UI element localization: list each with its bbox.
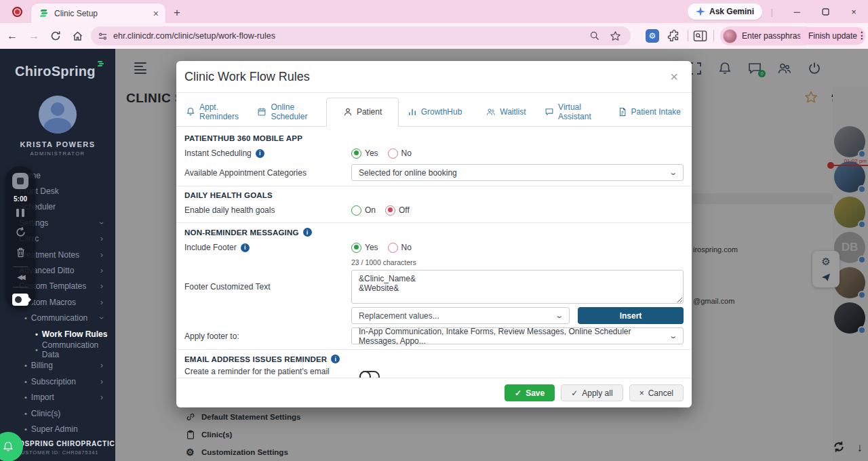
sparkle-icon [696, 7, 705, 16]
section-title-non-reminder: NON-REMINDER MESSAGINGi [184, 228, 684, 237]
chevron-icon [100, 361, 103, 370]
radio-no[interactable]: No [388, 243, 412, 253]
email-reminder-toggle[interactable] [359, 371, 380, 378]
info-icon[interactable]: i [256, 149, 264, 158]
character-count: 23 / 1000 characters [351, 258, 684, 266]
bell-icon [2, 441, 14, 453]
insert-button[interactable]: Insert [578, 307, 684, 324]
modal-tabs: Appt. Reminders Online Scheduler Patient… [176, 93, 692, 127]
info-icon[interactable]: i [241, 243, 250, 252]
browser-toolbar: ← → ehr.clinicdr.com/clinic/setup/work-f… [0, 23, 868, 49]
sidebar-menu-item[interactable]: • Communication [0, 310, 115, 326]
replacement-values-select[interactable]: Replacement values...⌄ [351, 307, 570, 324]
chart-icon [408, 107, 417, 117]
side-panel-icon[interactable] [693, 29, 707, 43]
sidebar-menu-item[interactable]: • Billing [0, 358, 115, 374]
bell-icon [186, 107, 195, 117]
close-window-button[interactable]: × [840, 0, 868, 23]
calendar-icon [257, 107, 267, 117]
user-avatar[interactable] [39, 96, 77, 134]
tab-close-icon[interactable]: × [152, 8, 160, 19]
save-button[interactable]: ✓Save [505, 384, 555, 401]
modal-tab[interactable]: Online Scheduler [254, 98, 326, 127]
sidebar-menu-item[interactable]: • Clinic(s) [0, 405, 115, 421]
extensions-puzzle-icon[interactable] [667, 29, 681, 43]
radio-yes[interactable]: Yes [351, 243, 378, 253]
modal-tab[interactable]: Virtual Assistant [542, 98, 613, 127]
reload-button[interactable] [46, 26, 65, 45]
forward-button[interactable]: → [24, 26, 43, 45]
camera-toggle-icon[interactable] [12, 294, 28, 306]
modal-tab[interactable]: Patient [326, 98, 399, 127]
stop-recording-button[interactable] [12, 173, 28, 189]
back-button[interactable]: ← [3, 26, 22, 45]
chat-icon [545, 107, 554, 117]
appointment-categories-label: Available Appointment Categories [184, 168, 351, 178]
modal-tab[interactable]: Patient Intake [614, 98, 685, 127]
x-icon: × [639, 388, 644, 398]
info-icon[interactable]: i [331, 355, 340, 363]
sidebar-menu-item[interactable]: • Communication Data [0, 342, 115, 357]
apply-all-button[interactable]: ✓Apply all [561, 384, 623, 401]
zoom-icon[interactable] [589, 31, 600, 41]
browser-titlebar: Clinic Setup × + Ask Gemini | ─ × [0, 0, 868, 23]
rewind-icon[interactable]: ◀◀ [17, 273, 23, 281]
divider: | [771, 7, 773, 17]
enable-health-goals-label: Enable daily health goals [184, 205, 351, 215]
modal-tab[interactable]: Waitlist [471, 98, 542, 127]
check-icon: ✓ [515, 388, 521, 398]
browser-tab[interactable]: Clinic Setup × [31, 3, 165, 23]
browser-menu-icon[interactable]: ⋮ [857, 30, 867, 41]
chevron-icon [100, 281, 103, 291]
info-icon[interactable]: i [303, 228, 312, 237]
radio-yes[interactable]: Yes [351, 148, 378, 159]
document-icon [618, 107, 627, 117]
chevron-icon [97, 317, 106, 319]
modal-title: Clinic Work Flow Rules [184, 70, 670, 84]
url-text[interactable]: ehr.clinicdr.com/clinic/setup/work-flow-… [113, 31, 589, 41]
modal-tab[interactable]: Appt. Reminders [183, 98, 254, 127]
minimize-button[interactable]: ─ [783, 0, 811, 23]
user-name: KRISTA POWERS [0, 140, 115, 148]
site-favicon-icon [39, 9, 49, 18]
extension-icon[interactable]: ⚙ [646, 29, 659, 43]
email-reminder-label: Create a reminder for the patient's emai… [184, 367, 359, 378]
finish-update-button[interactable]: Finish update [800, 27, 865, 45]
apply-footer-select[interactable]: In-App Communication, Intake Forms, Revi… [351, 327, 684, 344]
section-title-health-goals: DAILY HEALTH GOALS [184, 191, 684, 199]
chevron-icon [100, 250, 103, 260]
modal-tab[interactable]: GrowthHub [399, 98, 470, 127]
cancel-button[interactable]: ×Cancel [629, 384, 684, 401]
include-footer-label: Include Footeri [184, 243, 351, 252]
check-icon: ✓ [571, 388, 578, 398]
app-window: CLINIC SETTINGS 0 ↑ Today [0, 49, 868, 461]
pause-recording-button[interactable] [16, 209, 24, 217]
radio-no[interactable]: No [388, 148, 412, 159]
maximize-button[interactable] [811, 0, 840, 23]
apply-footer-label: Apply footer to: [184, 332, 351, 341]
site-settings-icon[interactable] [98, 31, 108, 41]
radio-on[interactable]: On [351, 205, 376, 216]
sidebar-menu-item[interactable]: • Import [0, 389, 115, 405]
new-tab-button[interactable]: + [171, 6, 183, 20]
modal-close-icon[interactable]: × [670, 70, 678, 83]
ask-gemini-button[interactable]: Ask Gemini [688, 3, 762, 20]
radio-off[interactable]: Off [385, 205, 410, 216]
sidebar-menu-item[interactable]: • Work Flow Rules [0, 326, 115, 342]
people-icon [486, 107, 496, 117]
categories-select[interactable]: Selected for online booking⌄ [351, 164, 684, 181]
app-logo: ChiroSpring [15, 64, 96, 79]
sidebar-menu-item[interactable]: • Subscription [0, 374, 115, 389]
home-button[interactable] [68, 26, 87, 45]
instant-scheduling-label: Instant Schedulingi [184, 148, 351, 158]
restart-recording-icon[interactable] [15, 226, 26, 238]
logo-spark-icon [97, 61, 104, 68]
delete-recording-icon[interactable] [16, 247, 26, 258]
footer-text-input[interactable]: &Clinic_Name& &Website& [351, 270, 684, 304]
bookmark-star-icon[interactable] [610, 31, 621, 42]
chevron-icon [100, 266, 103, 275]
address-bar[interactable]: ehr.clinicdr.com/clinic/setup/work-flow-… [91, 26, 631, 45]
section-title-patienthub: PATIENTHUB 360 MOBILE APP [184, 134, 684, 142]
chevron-icon [97, 222, 106, 224]
section-title-email-reminder: EMAIL ADDRESS ISSUES REMINDERi [184, 355, 684, 363]
